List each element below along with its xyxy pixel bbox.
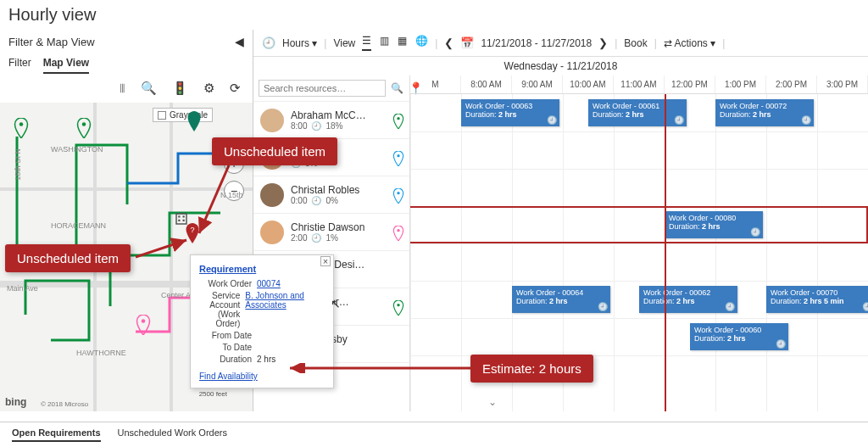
callout-arrow-2 bbox=[136, 236, 195, 261]
resource-pin-icon bbox=[392, 226, 404, 243]
svg-line-15 bbox=[136, 240, 186, 257]
tab-map-view[interactable]: Map View bbox=[43, 57, 89, 74]
map-label: 18th St N bbox=[14, 148, 22, 181]
req-service-label: Service Account (Work Order) bbox=[199, 291, 245, 328]
search-resources-input[interactable] bbox=[259, 80, 386, 97]
svg-line-14 bbox=[199, 165, 229, 233]
map-scale: 2500 feet bbox=[199, 390, 227, 398]
resource-row[interactable]: Christal Robles0:00🕘0% bbox=[253, 176, 409, 214]
view-vertical-icon[interactable]: ▥ bbox=[380, 35, 389, 51]
time-header-cell: 9:00 AM bbox=[512, 75, 563, 93]
resource-stats: 2:00🕘1% bbox=[291, 233, 376, 243]
callout-arrow-1 bbox=[195, 165, 254, 242]
view-grid-icon[interactable]: ▦ bbox=[398, 35, 407, 51]
hours-dropdown[interactable]: Hours ▾ bbox=[282, 37, 317, 49]
resource-name: Abraham McC… bbox=[291, 109, 376, 121]
map-pin[interactable] bbox=[14, 118, 29, 138]
actions-dropdown[interactable]: ⇄ Actions ▾ bbox=[664, 37, 715, 49]
routes-icon[interactable]: ⫴ bbox=[120, 81, 125, 96]
close-icon[interactable]: × bbox=[320, 256, 331, 266]
resource-row[interactable]: Christie Dawson2:00🕘1% bbox=[253, 214, 409, 251]
req-workorder-link[interactable]: 00074 bbox=[257, 279, 281, 288]
grayscale-toggle[interactable]: Grayscale bbox=[153, 108, 213, 122]
clock-icon: 🕘 bbox=[262, 36, 275, 49]
bing-logo: bing bbox=[5, 396, 26, 408]
booking-item[interactable]: Work Order - 00070Duration: 2 hrs 5 min🕘 bbox=[766, 286, 868, 313]
callout-arrow-3 bbox=[288, 363, 470, 373]
map-label: HAWTHORNE bbox=[76, 349, 126, 357]
view-label: View bbox=[333, 37, 355, 49]
booking-item[interactable]: Work Order - 00063Duration: 2 hrs🕘 bbox=[461, 99, 559, 126]
svg-rect-6 bbox=[183, 215, 185, 217]
tab-filter[interactable]: Filter bbox=[8, 57, 31, 74]
search-icon[interactable]: 🔍 bbox=[391, 82, 403, 94]
current-time-line bbox=[665, 94, 666, 411]
resource-row[interactable]: Abraham McC…8:00🕘18% bbox=[253, 102, 409, 139]
booking-item[interactable]: Work Order - 00060Duration: 2 hrs🕘 bbox=[690, 323, 788, 350]
booking-item[interactable]: Work Order - 00061Duration: 2 hrs🕘 bbox=[588, 99, 687, 126]
svg-point-0 bbox=[19, 122, 24, 126]
date-range[interactable]: 11/21/2018 - 11/27/2018 bbox=[481, 37, 592, 49]
svg-point-12 bbox=[397, 229, 399, 232]
prev-date-button[interactable]: ❮ bbox=[444, 36, 453, 49]
callout-unscheduled-1: Unscheduled item bbox=[212, 137, 337, 165]
time-header-cell: M bbox=[410, 75, 461, 93]
map-copyright: © 2018 Microso bbox=[41, 400, 88, 408]
resource-pin-icon bbox=[392, 151, 404, 169]
time-header-cell: 11:00 AM bbox=[614, 75, 665, 93]
map-pin[interactable] bbox=[136, 315, 151, 335]
requirement-title[interactable]: Requirement bbox=[199, 264, 325, 274]
svg-rect-5 bbox=[178, 215, 180, 217]
time-header-cell: 3:00 PM bbox=[817, 75, 868, 93]
resource-pin-icon bbox=[392, 188, 404, 206]
map-pin[interactable] bbox=[76, 118, 92, 138]
avatar bbox=[260, 183, 284, 207]
req-service-link[interactable]: B. Johnson and Associates bbox=[245, 291, 304, 310]
callout-unscheduled-2: Unscheduled item bbox=[5, 244, 131, 272]
svg-point-2 bbox=[142, 319, 146, 323]
booking-item[interactable]: Work Order - 00062Duration: 2 hrs🕘 bbox=[639, 286, 737, 313]
book-button[interactable]: Book bbox=[624, 37, 647, 49]
time-header-cell: 12:00 PM bbox=[665, 75, 715, 93]
next-date-button[interactable]: ❯ bbox=[598, 36, 608, 49]
map-search-icon[interactable]: 🔍 bbox=[141, 81, 157, 96]
svg-rect-4 bbox=[176, 214, 186, 224]
resource-stats: 8:00🕘18% bbox=[291, 121, 376, 131]
resource-stats: 0:00🕘0% bbox=[291, 196, 376, 205]
resource-pin-icon bbox=[392, 114, 404, 131]
collapse-panel-icon[interactable]: ◀ bbox=[235, 35, 244, 48]
booking-item[interactable]: Work Order - 00080Duration: 2 hrs🕘 bbox=[665, 211, 763, 238]
filter-panel-title: Filter & Map View bbox=[8, 36, 95, 48]
map-label: HORACEMANN bbox=[51, 221, 106, 230]
expand-down-icon[interactable]: ⌄ bbox=[488, 396, 497, 408]
req-todate-label: To Date bbox=[199, 343, 257, 352]
time-header-cell: 10:00 AM bbox=[563, 75, 614, 93]
tab-open-requirements[interactable]: Open Requirements bbox=[12, 427, 101, 442]
svg-point-10 bbox=[397, 154, 399, 157]
req-workorder-label: Work Order bbox=[199, 279, 257, 288]
req-fromdate-label: From Date bbox=[199, 331, 257, 340]
resource-name: Christie Dawson bbox=[291, 221, 376, 233]
map-refresh-icon[interactable]: ⟳ bbox=[230, 81, 241, 96]
traffic-icon[interactable]: 🚦 bbox=[172, 81, 188, 96]
svg-text:?: ? bbox=[190, 226, 194, 234]
left-tabs: Filter Map View bbox=[0, 53, 253, 74]
calendar-icon[interactable]: 📅 bbox=[460, 36, 474, 49]
svg-point-9 bbox=[397, 117, 399, 120]
view-list-icon[interactable]: ☰ bbox=[362, 35, 371, 51]
svg-point-13 bbox=[397, 304, 399, 306]
tab-unscheduled-work-orders[interactable]: Unscheduled Work Orders bbox=[118, 427, 227, 442]
booking-item[interactable]: Work Order - 00072Duration: 2 hrs🕘 bbox=[715, 99, 814, 126]
map-pin-solid[interactable] bbox=[186, 111, 202, 131]
svg-point-11 bbox=[397, 192, 399, 194]
resource-name: Christal Robles bbox=[291, 184, 376, 196]
view-map-icon[interactable]: 🌐 bbox=[415, 35, 428, 51]
resource-pin-icon bbox=[392, 300, 404, 318]
map-building-icon[interactable] bbox=[174, 209, 189, 229]
avatar bbox=[260, 221, 284, 244]
map-settings-icon[interactable]: ⚙ bbox=[203, 81, 214, 96]
time-header-cell: 1:00 PM bbox=[715, 75, 766, 93]
booking-item[interactable]: Work Order - 00064Duration: 2 hrs🕘 bbox=[512, 286, 610, 313]
find-availability-link[interactable]: Find Availability bbox=[199, 372, 258, 381]
req-duration-label: Duration bbox=[199, 355, 257, 364]
